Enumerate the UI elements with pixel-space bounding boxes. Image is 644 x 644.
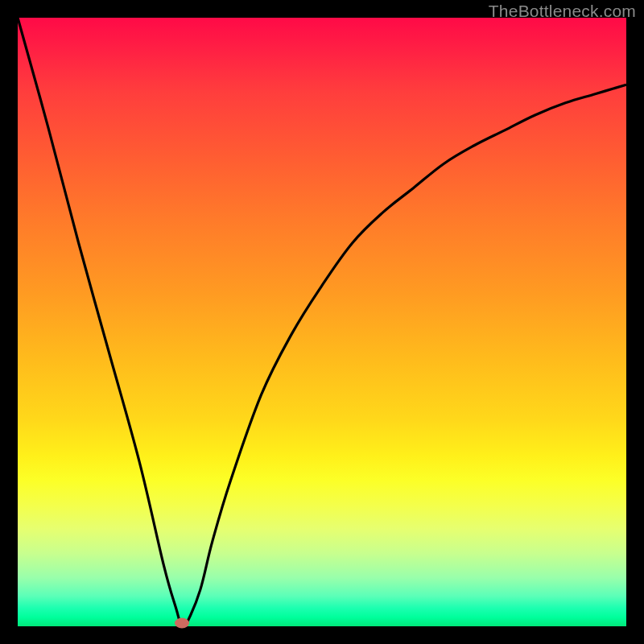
chart-plot-area bbox=[18, 18, 626, 626]
bottleneck-curve bbox=[18, 18, 626, 626]
minimum-marker bbox=[175, 618, 189, 629]
